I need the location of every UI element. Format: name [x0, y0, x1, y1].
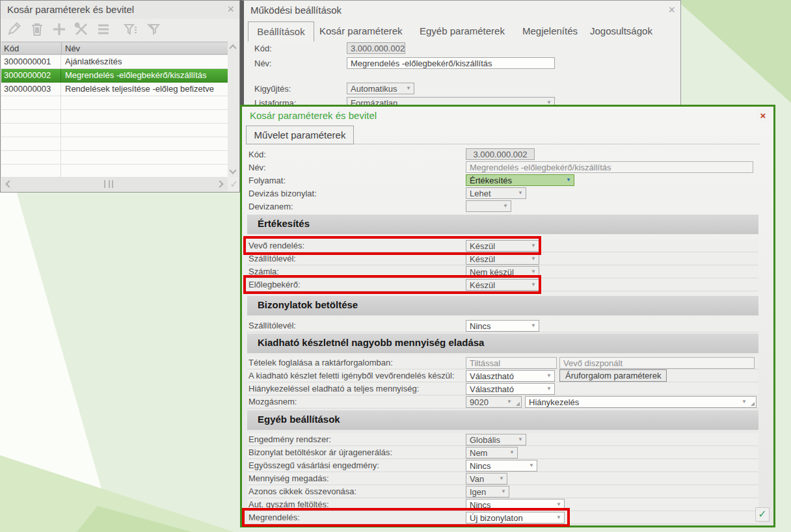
devizanem-dropdown[interactable]: ▼	[466, 200, 511, 212]
table-row-empty[interactable]	[1, 151, 228, 165]
chevron-down-icon: ▼	[556, 502, 561, 507]
kigyujtes-dropdown[interactable]: Automatikus ▼	[347, 83, 414, 94]
hianykezeles-dropdown[interactable]: Választható ▼	[466, 383, 555, 395]
chevron-down-icon: ▼	[546, 386, 552, 392]
confirm-check-button[interactable]: ✓	[755, 507, 770, 522]
field-row: Mozgásnem: 9020 ▼ Hiánykezelés ▼	[247, 395, 758, 408]
scroll-down-icon[interactable]	[229, 166, 236, 174]
vevo-rendeles-dropdown[interactable]: Készül ▼	[466, 240, 539, 252]
aruforgalom-parameterek-button[interactable]: Áruforgalom paraméterek	[559, 369, 667, 382]
table-row[interactable]: 3000000003 Rendelések teljesítése -előle…	[1, 83, 228, 96]
igeny-vevorendeles-dropdown[interactable]: Választható ▼	[466, 370, 555, 382]
ar-ujrageneralas-dropdown[interactable]: Nem ▼	[466, 447, 518, 459]
resize-grip-icon[interactable]	[751, 402, 755, 406]
column-divider[interactable]	[61, 42, 62, 54]
field-label: Kód:	[248, 150, 266, 159]
menu-button[interactable]	[96, 21, 113, 38]
plus-icon	[51, 21, 67, 37]
folyamat-dropdown[interactable]: Értékesítés ▼	[466, 174, 574, 186]
dropdown-value: Választható	[470, 371, 514, 381]
chevron-down-icon: ▼	[742, 399, 747, 405]
cell-nev[interactable]: Ajánlatkészítés	[61, 55, 228, 68]
elolegbekero-dropdown[interactable]: Készül ▼	[466, 279, 539, 291]
filter-button[interactable]	[123, 21, 140, 38]
scrollbar-grip[interactable]	[104, 180, 113, 188]
scroll-right-icon[interactable]	[216, 180, 223, 187]
basket-parameters-dialog: Kosár paraméterek és bevitel × Művelet p…	[240, 105, 775, 527]
field-row: Folyamat: Értékesítés ▼	[247, 174, 758, 187]
table-row-empty[interactable]	[1, 165, 228, 178]
vertical-scrollbar[interactable]	[228, 42, 239, 177]
chevron-down-icon: ▼	[507, 399, 512, 405]
egyosszegu-engedmeny-dropdown[interactable]: Nincs ▼	[466, 460, 537, 472]
field-row: Vevő rendelés: Készül ▼	[247, 239, 758, 252]
table-row-empty[interactable]	[1, 124, 228, 137]
code-field: 3.000.000.002	[347, 42, 405, 54]
table-row-empty[interactable]	[1, 110, 228, 124]
tab-megjelenites[interactable]: Megjelenítés	[522, 25, 578, 36]
tools-button[interactable]	[74, 21, 90, 38]
panel-check-icon: ✓	[230, 178, 238, 190]
tab-egyeb-parameterek[interactable]: Egyéb paraméterek	[420, 25, 505, 36]
column-header-nev[interactable]: Név	[65, 44, 80, 53]
mennyiseg-megadas-dropdown[interactable]: Van ▼	[466, 473, 507, 485]
dropdown-value: Igen	[470, 487, 486, 497]
field-label: Mennyiség megadás:	[248, 473, 329, 483]
devizas-bizonylat-dropdown[interactable]: Lehet ▼	[466, 187, 526, 199]
name-input[interactable]: Megrendelés -előlegbekérő/kiszállítás	[347, 57, 555, 69]
tab-jogosultsagok[interactable]: Jogosultságok	[590, 25, 652, 36]
dropdown-value: Van	[470, 474, 484, 484]
chevron-down-icon: ▼	[518, 191, 523, 196]
azonos-cikkek-dropdown[interactable]: Igen ▼	[466, 486, 509, 498]
tab-beallitasok[interactable]: Beállítások	[248, 21, 314, 42]
field-row: Azonos cikkek összevonása: Igen ▼	[247, 485, 758, 498]
field-label: Devizanem:	[248, 202, 293, 211]
close-icon[interactable]: ×	[668, 3, 675, 17]
tools-icon	[74, 21, 89, 37]
section-title: Egyéb beállítások	[258, 414, 340, 425]
cell-nev[interactable]: Megrendelés -előlegbekérő/kiszállítás	[61, 69, 228, 82]
scroll-left-icon[interactable]	[5, 180, 12, 187]
chevron-down-icon: ▼	[518, 437, 523, 442]
table-row[interactable]: 3000000001 Ajánlatkészítés	[1, 55, 228, 69]
add-button[interactable]	[51, 21, 68, 38]
edit-button[interactable]	[6, 21, 23, 38]
close-icon[interactable]: ×	[757, 109, 770, 122]
engedmeny-rendszer-dropdown[interactable]: Globális ▼	[466, 434, 526, 446]
field-row: Devizás bizonylat: Lehet ▼	[247, 187, 758, 200]
szamla-dropdown[interactable]: Nem készül ▼	[466, 266, 539, 278]
field-row: Egyösszegű vásárlási engedmény: Nincs ▼	[247, 459, 758, 472]
cell-kod[interactable]: 3000000002	[1, 69, 61, 82]
tab-muvelet-parameterek[interactable]: Művelet paraméterek	[246, 126, 354, 144]
dropdown-value: 9020	[470, 397, 489, 407]
mozgasnem-code-combo[interactable]: 9020 ▼	[466, 396, 522, 408]
resize-grip-icon[interactable]	[516, 402, 520, 406]
table-header[interactable]: Kód Név	[1, 42, 228, 55]
horizontal-scrollbar[interactable]	[1, 177, 228, 191]
dropdown-value: Lehet	[470, 189, 491, 198]
chevron-down-icon: ▼	[531, 243, 536, 248]
betoltes-szallitolevel-dropdown[interactable]: Nincs ▼	[466, 320, 539, 332]
scroll-up-icon[interactable]	[229, 44, 236, 51]
clear-filter-button[interactable]	[145, 21, 162, 38]
table-row-empty[interactable]	[1, 137, 228, 151]
cell-kod[interactable]: 3000000001	[1, 55, 61, 68]
delete-button[interactable]	[29, 21, 46, 38]
gyszam-feltoltes-dropdown[interactable]: Nincs ▼	[466, 499, 565, 511]
chevron-down-icon: ▼	[406, 86, 411, 91]
close-icon[interactable]: ×	[227, 3, 234, 16]
settings-window: Működési beállítások × Beállítások Kosár…	[240, 0, 681, 106]
szallitolevel-dropdown[interactable]: Készül ▼	[466, 253, 539, 265]
column-header-kod[interactable]: Kód	[4, 44, 19, 53]
megrendeles-dropdown[interactable]: Új bizonylaton ▼	[466, 512, 565, 524]
cell-kod[interactable]: 3000000003	[1, 83, 61, 96]
tab-kosar-parameterek[interactable]: Kosár paraméterek	[319, 25, 403, 36]
mozgasnem-name-combo[interactable]: Hiánykezelés ▼	[525, 396, 757, 408]
table-row-selected[interactable]: 3000000002 Megrendelés -előlegbekérő/kis…	[1, 69, 228, 83]
window-title: Kosár paraméterek és bevitel	[7, 4, 134, 15]
field-label: Kigyűjtés:	[254, 84, 291, 94]
table-row-empty[interactable]	[1, 96, 228, 110]
chevron-down-icon: ▼	[499, 476, 504, 481]
cell-nev[interactable]: Rendelések teljesítése -előleg befizetve	[61, 83, 228, 96]
field-row: Kód: 3.000.000.002	[247, 148, 758, 161]
